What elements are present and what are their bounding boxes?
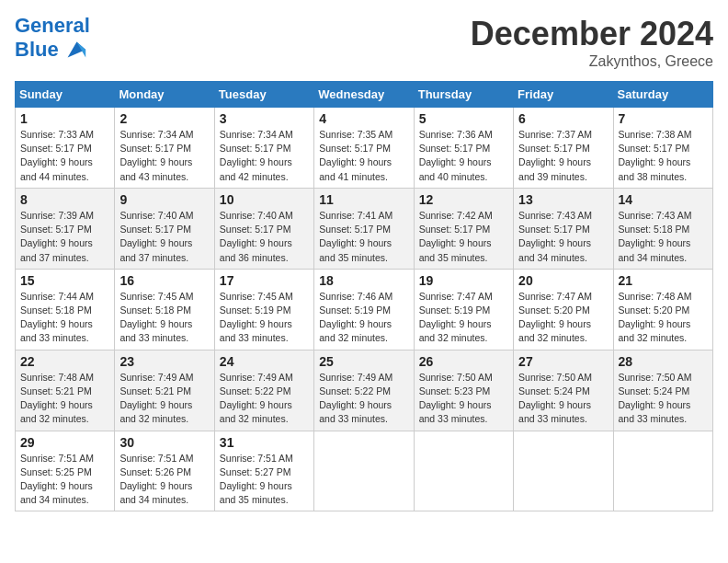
sunset-text: Sunset: 5:17 PM	[119, 223, 209, 236]
day-number: 31	[220, 435, 309, 450]
week-row-2: 8Sunrise: 7:39 AMSunset: 5:17 PMDaylight…	[16, 188, 713, 269]
day-number: 11	[319, 192, 408, 207]
daylight-text: Daylight: 9 hours and 32 minutes.	[619, 317, 708, 345]
daylight-text: Daylight: 9 hours and 33 minutes.	[419, 398, 508, 426]
sunset-text: Sunset: 5:18 PM	[20, 304, 109, 317]
table-cell: 16Sunrise: 7:45 AMSunset: 5:18 PMDayligh…	[115, 269, 214, 350]
day-info: Sunrise: 7:33 AMSunset: 5:17 PMDaylight:…	[20, 128, 109, 184]
table-cell: 3Sunrise: 7:34 AMSunset: 5:17 PMDaylight…	[214, 108, 313, 189]
calendar-table: Sunday Monday Tuesday Wednesday Thursday…	[15, 81, 713, 511]
day-number: 26	[419, 354, 508, 369]
table-cell: 29Sunrise: 7:51 AMSunset: 5:25 PMDayligh…	[16, 431, 115, 511]
logo-blue: Blue	[15, 39, 59, 61]
daylight-text: Daylight: 9 hours and 32 minutes.	[319, 317, 408, 345]
sunrise-text: Sunrise: 7:33 AM	[20, 128, 109, 142]
calendar-header-row: Sunday Monday Tuesday Wednesday Thursday…	[16, 82, 713, 108]
sunrise-text: Sunrise: 7:51 AM	[220, 452, 309, 465]
sunset-text: Sunset: 5:17 PM	[619, 142, 708, 155]
sunrise-text: Sunrise: 7:40 AM	[119, 209, 209, 223]
day-info: Sunrise: 7:47 AMSunset: 5:20 PMDaylight:…	[518, 290, 608, 346]
sunrise-text: Sunrise: 7:36 AM	[419, 128, 508, 142]
day-info: Sunrise: 7:48 AMSunset: 5:20 PMDaylight:…	[619, 290, 708, 346]
sunset-text: Sunset: 5:22 PM	[319, 385, 408, 398]
day-info: Sunrise: 7:51 AMSunset: 5:25 PMDaylight:…	[20, 452, 109, 508]
month-title: December 2024	[471, 15, 713, 53]
daylight-text: Daylight: 9 hours and 36 minutes.	[220, 236, 309, 264]
day-number: 20	[518, 273, 608, 288]
table-cell: 19Sunrise: 7:47 AMSunset: 5:19 PMDayligh…	[414, 269, 513, 350]
sunset-text: Sunset: 5:21 PM	[119, 385, 209, 398]
table-cell: 31Sunrise: 7:51 AMSunset: 5:27 PMDayligh…	[214, 431, 313, 511]
day-info: Sunrise: 7:41 AMSunset: 5:17 PMDaylight:…	[319, 209, 408, 265]
day-number: 1	[20, 111, 109, 126]
sunrise-text: Sunrise: 7:34 AM	[119, 128, 209, 142]
sunrise-text: Sunrise: 7:41 AM	[319, 209, 408, 223]
sunrise-text: Sunrise: 7:40 AM	[220, 209, 309, 223]
day-number: 15	[20, 273, 109, 288]
sunrise-text: Sunrise: 7:43 AM	[619, 209, 708, 223]
page-header: General Blue December 2024 Zakynthos, Gr…	[15, 15, 713, 70]
day-info: Sunrise: 7:47 AMSunset: 5:19 PMDaylight:…	[419, 290, 508, 346]
day-number: 23	[119, 354, 209, 369]
day-info: Sunrise: 7:40 AMSunset: 5:17 PMDaylight:…	[220, 209, 309, 265]
title-block: December 2024 Zakynthos, Greece	[471, 15, 713, 70]
sunset-text: Sunset: 5:17 PM	[419, 142, 508, 155]
day-info: Sunrise: 7:45 AMSunset: 5:19 PMDaylight:…	[220, 290, 309, 346]
sunset-text: Sunset: 5:17 PM	[20, 142, 109, 155]
table-cell: 24Sunrise: 7:49 AMSunset: 5:22 PMDayligh…	[214, 350, 313, 431]
daylight-text: Daylight: 9 hours and 39 minutes.	[518, 155, 608, 183]
daylight-text: Daylight: 9 hours and 35 minutes.	[220, 479, 309, 507]
daylight-text: Daylight: 9 hours and 32 minutes.	[518, 317, 608, 345]
sunrise-text: Sunrise: 7:34 AM	[220, 128, 309, 142]
day-info: Sunrise: 7:49 AMSunset: 5:22 PMDaylight:…	[220, 371, 309, 427]
day-number: 24	[220, 354, 309, 369]
day-info: Sunrise: 7:34 AMSunset: 5:17 PMDaylight:…	[220, 128, 309, 184]
day-info: Sunrise: 7:42 AMSunset: 5:17 PMDaylight:…	[419, 209, 508, 265]
day-number: 16	[119, 273, 209, 288]
day-info: Sunrise: 7:49 AMSunset: 5:21 PMDaylight:…	[119, 371, 209, 427]
day-number: 4	[319, 111, 408, 126]
day-info: Sunrise: 7:46 AMSunset: 5:19 PMDaylight:…	[319, 290, 408, 346]
daylight-text: Daylight: 9 hours and 32 minutes.	[20, 398, 109, 426]
day-number: 9	[119, 192, 209, 207]
day-info: Sunrise: 7:38 AMSunset: 5:17 PMDaylight:…	[619, 128, 708, 184]
sunrise-text: Sunrise: 7:37 AM	[518, 128, 608, 142]
table-cell: 27Sunrise: 7:50 AMSunset: 5:24 PMDayligh…	[514, 350, 613, 431]
day-info: Sunrise: 7:45 AMSunset: 5:18 PMDaylight:…	[119, 290, 209, 346]
day-number: 25	[319, 354, 408, 369]
logo-general: General	[15, 14, 90, 37]
col-wednesday: Wednesday	[314, 82, 414, 108]
day-number: 21	[619, 273, 708, 288]
sunset-text: Sunset: 5:19 PM	[319, 304, 408, 317]
daylight-text: Daylight: 9 hours and 33 minutes.	[20, 317, 109, 345]
col-thursday: Thursday	[414, 82, 513, 108]
daylight-text: Daylight: 9 hours and 37 minutes.	[119, 236, 209, 264]
week-row-5: 29Sunrise: 7:51 AMSunset: 5:25 PMDayligh…	[16, 431, 713, 511]
sunset-text: Sunset: 5:17 PM	[220, 223, 309, 236]
logo-icon	[63, 37, 88, 63]
daylight-text: Daylight: 9 hours and 34 minutes.	[20, 479, 109, 507]
day-number: 30	[119, 435, 209, 450]
sunrise-text: Sunrise: 7:50 AM	[619, 371, 708, 385]
table-cell: 17Sunrise: 7:45 AMSunset: 5:19 PMDayligh…	[214, 269, 313, 350]
table-cell: 1Sunrise: 7:33 AMSunset: 5:17 PMDaylight…	[16, 108, 115, 189]
sunrise-text: Sunrise: 7:44 AM	[20, 290, 109, 304]
sunset-text: Sunset: 5:17 PM	[419, 223, 508, 236]
col-sunday: Sunday	[16, 82, 115, 108]
sunset-text: Sunset: 5:23 PM	[419, 385, 508, 398]
sunset-text: Sunset: 5:17 PM	[119, 142, 209, 155]
sunset-text: Sunset: 5:17 PM	[319, 142, 408, 155]
sunrise-text: Sunrise: 7:39 AM	[20, 209, 109, 223]
logo: General Blue	[15, 15, 90, 63]
daylight-text: Daylight: 9 hours and 32 minutes.	[419, 317, 508, 345]
daylight-text: Daylight: 9 hours and 35 minutes.	[419, 236, 508, 264]
table-cell: 12Sunrise: 7:42 AMSunset: 5:17 PMDayligh…	[414, 188, 513, 269]
day-number: 17	[220, 273, 309, 288]
sunset-text: Sunset: 5:24 PM	[518, 385, 608, 398]
sunset-text: Sunset: 5:17 PM	[518, 142, 608, 155]
col-friday: Friday	[514, 82, 613, 108]
table-cell: 9Sunrise: 7:40 AMSunset: 5:17 PMDaylight…	[115, 188, 214, 269]
daylight-text: Daylight: 9 hours and 34 minutes.	[619, 236, 708, 264]
day-info: Sunrise: 7:43 AMSunset: 5:18 PMDaylight:…	[619, 209, 708, 265]
sunset-text: Sunset: 5:27 PM	[220, 465, 309, 479]
